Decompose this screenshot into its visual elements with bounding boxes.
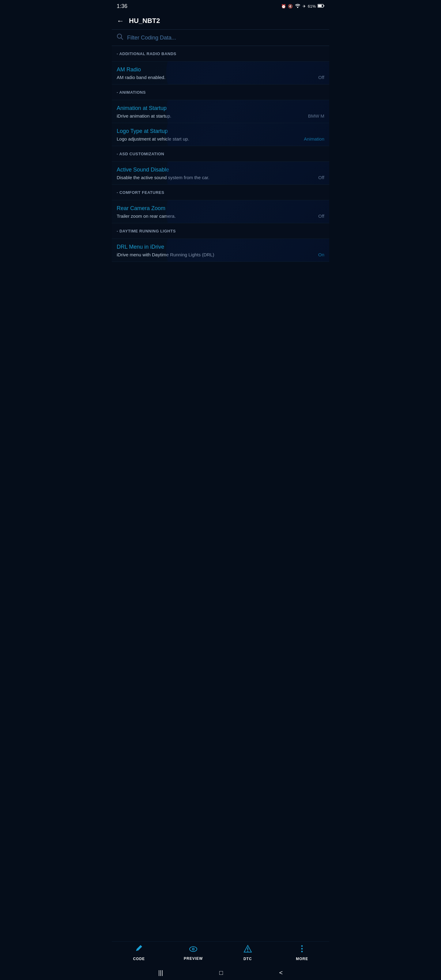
nav-label-dtc: DTC bbox=[244, 957, 252, 961]
bottom-navigation: CODE PREVIEW DTC bbox=[112, 942, 329, 965]
more-dots-icon bbox=[301, 945, 304, 955]
svg-point-13 bbox=[301, 948, 303, 950]
setting-item-active-sound-disable[interactable]: Active Sound Disable Disable the active … bbox=[112, 162, 329, 185]
setting-description: Logo adjustment at vehicle start up. bbox=[117, 136, 300, 142]
page-title: HU_NBT2 bbox=[129, 17, 160, 25]
status-bar: 1:36 ⏰ 🔇 ✈ 61% bbox=[112, 0, 329, 12]
setting-title: AM Radio bbox=[117, 67, 324, 73]
section-label: - ANIMATIONS bbox=[117, 90, 146, 95]
battery-icon bbox=[318, 4, 324, 9]
page-header: ← HU_NBT2 bbox=[112, 12, 329, 29]
setting-description: Trailer zoom on rear camera. bbox=[117, 213, 315, 219]
setting-title: DRL Menu in iDrive bbox=[117, 244, 324, 250]
setting-title: Animation at Startup bbox=[117, 105, 324, 111]
code-pencil-icon bbox=[135, 945, 143, 955]
system-menu-button[interactable]: ||| bbox=[158, 969, 163, 976]
section-header-asd-customization: - ASD CUSTOMIZATION bbox=[112, 146, 329, 162]
setting-item-animation-startup[interactable]: Animation at Startup iDrive animation at… bbox=[112, 100, 329, 123]
svg-point-12 bbox=[301, 945, 303, 947]
setting-title: Active Sound Disable bbox=[117, 167, 324, 173]
setting-item-rear-camera-zoom[interactable]: Rear Camera Zoom Trailer zoom on rear ca… bbox=[112, 200, 329, 223]
svg-point-11 bbox=[247, 951, 248, 952]
section-label: - ADDITIONAL RADIO BANDS bbox=[117, 51, 177, 56]
svg-point-0 bbox=[297, 7, 298, 8]
alarm-icon: ⏰ bbox=[281, 4, 286, 9]
setting-value: BMW M bbox=[308, 113, 324, 119]
setting-value: Off bbox=[318, 175, 324, 180]
mute-icon: 🔇 bbox=[288, 4, 293, 9]
nav-item-preview[interactable]: PREVIEW bbox=[183, 945, 204, 961]
section-label: - ASD CUSTOMIZATION bbox=[117, 151, 164, 156]
setting-title: Logo Type at Startup bbox=[117, 128, 324, 134]
section-header-comfort-features: - COMFORT FEATURES bbox=[112, 185, 329, 200]
nav-item-code[interactable]: CODE bbox=[128, 945, 150, 961]
svg-point-8 bbox=[193, 948, 194, 950]
status-icons: ⏰ 🔇 ✈ 61% bbox=[281, 4, 324, 9]
dtc-warning-icon bbox=[244, 945, 252, 955]
setting-value: On bbox=[318, 252, 324, 257]
setting-value: Animation bbox=[304, 136, 324, 142]
nav-label-code: CODE bbox=[133, 957, 145, 961]
search-bar bbox=[112, 30, 329, 46]
search-input[interactable] bbox=[127, 35, 324, 41]
setting-description: Disable the active sound system from the… bbox=[117, 175, 315, 180]
setting-value: Off bbox=[318, 213, 324, 219]
system-back-button[interactable]: < bbox=[279, 969, 283, 976]
section-header-daytime-running-lights: - DAYTIME RUNNING LIGHTS bbox=[112, 223, 329, 239]
setting-description: iDrive animation at startup. bbox=[117, 113, 304, 119]
setting-item-logo-type-startup[interactable]: Logo Type at Startup Logo adjustment at … bbox=[112, 123, 329, 146]
main-content: - ADDITIONAL RADIO BANDS AM Radio AM rad… bbox=[112, 30, 329, 299]
search-icon bbox=[117, 33, 123, 42]
svg-line-5 bbox=[121, 38, 123, 40]
setting-item-am-radio[interactable]: AM Radio AM radio band enabled. Off bbox=[112, 62, 329, 84]
setting-description: AM radio band enabled. bbox=[117, 75, 315, 80]
nav-item-more[interactable]: MORE bbox=[291, 945, 313, 961]
setting-description: iDrive menu with Daytime Running Lights … bbox=[117, 252, 315, 257]
section-label: - COMFORT FEATURES bbox=[117, 190, 164, 195]
setting-item-drl-menu-idrive[interactable]: DRL Menu in iDrive iDrive menu with Dayt… bbox=[112, 239, 329, 262]
svg-point-14 bbox=[301, 951, 303, 953]
wifi-icon bbox=[295, 4, 301, 9]
preview-eye-icon bbox=[189, 945, 197, 955]
battery-percentage: 61% bbox=[308, 4, 316, 9]
svg-rect-2 bbox=[318, 5, 322, 7]
section-header-additional-radio-bands: - ADDITIONAL RADIO BANDS bbox=[112, 46, 329, 62]
airplane-icon: ✈ bbox=[302, 4, 306, 9]
nav-label-more: MORE bbox=[296, 957, 308, 961]
status-time: 1:36 bbox=[117, 3, 127, 10]
section-header-animations: - ANIMATIONS bbox=[112, 84, 329, 100]
system-navigation-bar: ||| □ < bbox=[112, 965, 329, 980]
setting-value: Off bbox=[318, 75, 324, 80]
setting-title: Rear Camera Zoom bbox=[117, 205, 324, 212]
nav-item-dtc[interactable]: DTC bbox=[237, 945, 258, 961]
back-button[interactable]: ← bbox=[117, 16, 124, 25]
system-home-button[interactable]: □ bbox=[219, 969, 223, 976]
nav-label-preview: PREVIEW bbox=[184, 956, 203, 961]
section-label: - DAYTIME RUNNING LIGHTS bbox=[117, 229, 176, 233]
svg-rect-3 bbox=[324, 5, 324, 6]
